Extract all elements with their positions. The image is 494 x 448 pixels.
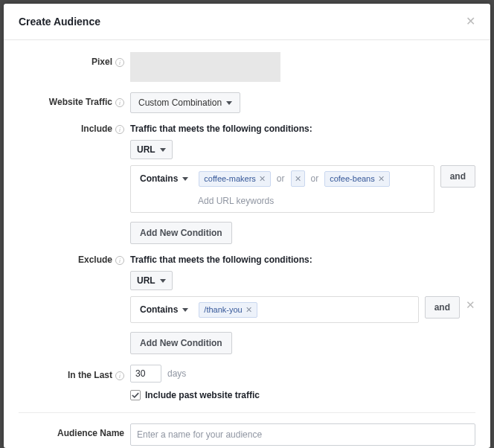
add-condition-button[interactable]: Add New Condition — [130, 222, 232, 244]
add-condition-button[interactable]: Add New Condition — [130, 332, 232, 354]
create-audience-modal: Create Audience ✕ Pixeli Website Traffic… — [4, 4, 490, 448]
chevron-down-icon — [182, 308, 188, 312]
empty-token[interactable]: ✕ — [291, 170, 305, 187]
pixel-label: Pixeli — [19, 52, 130, 82]
modal-header: Create Audience ✕ — [4, 4, 490, 40]
in-the-last-label: In the Lasti — [19, 367, 130, 380]
include-condition-box: Contains coffee-makers✕ or ✕ or — [130, 165, 434, 213]
and-button[interactable]: and — [425, 296, 460, 319]
url-token[interactable]: cofee-beans✕ — [324, 171, 390, 187]
modal-title: Create Audience — [19, 16, 100, 28]
info-icon[interactable]: i — [115, 256, 124, 265]
audience-name-input[interactable] — [130, 423, 475, 446]
exclude-label: Excludei — [19, 255, 130, 354]
audience-name-label: Audience Name — [19, 423, 130, 446]
chevron-down-icon — [160, 148, 166, 152]
include-label: Includei — [19, 124, 130, 244]
and-button[interactable]: and — [440, 165, 475, 188]
exclude-condition-box: Contains /thank-you✕ — [130, 296, 419, 323]
url-token[interactable]: /thank-you✕ — [199, 302, 257, 318]
days-label: days — [161, 368, 186, 379]
chevron-down-icon — [160, 279, 166, 283]
url-keyword-input[interactable]: Add URL keywords — [131, 191, 434, 212]
remove-token-icon[interactable]: ✕ — [378, 174, 385, 184]
pixel-selector[interactable] — [130, 52, 280, 82]
chevron-down-icon — [182, 177, 188, 181]
info-icon[interactable]: i — [115, 58, 124, 67]
info-icon[interactable]: i — [115, 125, 124, 134]
exclude-subhead: Traffic that meets the following conditi… — [130, 255, 475, 265]
website-traffic-label: Website Traffici — [19, 92, 130, 113]
chevron-down-icon — [226, 101, 232, 105]
remove-token-icon[interactable]: ✕ — [246, 305, 252, 315]
remove-token-icon[interactable]: ✕ — [259, 174, 266, 184]
info-icon[interactable]: i — [115, 371, 124, 380]
or-label: or — [309, 173, 321, 184]
checkbox-checked-icon — [130, 390, 141, 400]
url-token[interactable]: coffee-makers✕ — [199, 171, 271, 187]
include-contains-dropdown[interactable]: Contains — [137, 170, 191, 187]
or-label: or — [275, 173, 286, 184]
remove-condition-icon[interactable]: ✕ — [466, 296, 475, 310]
info-icon[interactable]: i — [115, 98, 124, 107]
exclude-contains-dropdown[interactable]: Contains — [137, 301, 191, 318]
exclude-url-dropdown[interactable]: URL — [130, 271, 173, 290]
include-url-dropdown[interactable]: URL — [130, 140, 173, 159]
include-subhead: Traffic that meets the following conditi… — [130, 124, 475, 134]
days-input[interactable] — [130, 365, 161, 383]
remove-token-icon[interactable]: ✕ — [295, 174, 301, 183]
website-traffic-dropdown[interactable]: Custom Combination — [130, 92, 240, 113]
include-past-traffic-checkbox[interactable]: Include past website traffic — [130, 390, 475, 400]
close-icon[interactable]: ✕ — [463, 14, 478, 29]
